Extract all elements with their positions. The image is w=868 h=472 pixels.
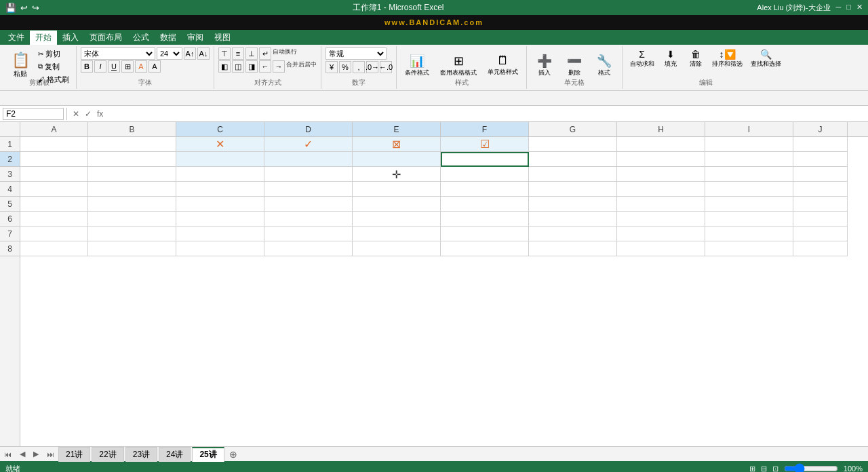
next-sheet-btn[interactable]: ▶ <box>29 450 43 458</box>
cell-c1[interactable]: ✕ <box>176 137 264 152</box>
cell-j4[interactable] <box>793 182 848 197</box>
qa-redo[interactable]: ↪ <box>32 3 39 13</box>
row-header-8[interactable]: 8 <box>0 241 20 256</box>
cell-f6[interactable] <box>441 212 529 227</box>
underline-btn[interactable]: U <box>108 60 120 73</box>
comma-btn[interactable]: , <box>353 61 365 73</box>
cell-j7[interactable] <box>793 227 848 241</box>
row-header-6[interactable]: 6 <box>0 212 20 227</box>
cell-b4[interactable] <box>88 182 176 197</box>
col-header-g[interactable]: G <box>529 122 617 136</box>
cell-f3[interactable] <box>441 167 529 182</box>
cell-h1[interactable] <box>617 137 705 152</box>
col-header-c[interactable]: C <box>176 122 264 136</box>
percent-btn[interactable]: % <box>339 61 351 73</box>
cancel-formula-btn[interactable]: ✕ <box>70 109 82 119</box>
insert-function-btn[interactable]: fx <box>94 109 106 119</box>
cell-b2[interactable] <box>88 152 176 167</box>
menu-file[interactable]: 文件 <box>3 31 30 45</box>
name-box[interactable] <box>3 108 64 120</box>
cell-g8[interactable] <box>529 241 617 256</box>
cell-d7[interactable] <box>264 227 353 241</box>
sheet-tab-21[interactable]: 21讲 <box>58 447 90 462</box>
cell-b8[interactable] <box>88 241 176 256</box>
cell-a6[interactable] <box>20 212 88 227</box>
cell-a8[interactable] <box>20 241 88 256</box>
decrease-font-btn[interactable]: A↓ <box>197 47 210 60</box>
menu-review[interactable]: 审阅 <box>182 31 209 45</box>
sheet-tab-23[interactable]: 23讲 <box>125 447 157 462</box>
cell-c4[interactable] <box>176 182 264 197</box>
prev-sheet-btn[interactable]: ◀ <box>16 450 29 458</box>
add-sheet-btn[interactable]: ⊕ <box>226 447 241 462</box>
cell-f2[interactable] <box>441 152 529 167</box>
view-layout-btn[interactable]: ⊟ <box>761 465 767 473</box>
align-left-btn[interactable]: ◧ <box>218 60 231 73</box>
decrease-decimal-btn[interactable]: ←.0 <box>380 61 392 73</box>
cell-j3[interactable] <box>793 167 848 182</box>
sheet-tab-25[interactable]: 25讲 <box>192 447 224 462</box>
menu-home[interactable]: 开始 <box>30 31 57 45</box>
cell-i3[interactable] <box>705 167 793 182</box>
indent-btn[interactable]: → <box>273 60 285 73</box>
align-right-btn[interactable]: ◨ <box>245 60 258 73</box>
cell-d3[interactable] <box>264 167 353 182</box>
border-btn[interactable]: ⊞ <box>121 60 134 73</box>
close-btn[interactable]: ✕ <box>856 3 863 13</box>
bottom-align-btn[interactable]: ⊥ <box>245 47 258 60</box>
cell-b6[interactable] <box>88 212 176 227</box>
cell-h8[interactable] <box>617 241 705 256</box>
cell-c3[interactable] <box>176 167 264 182</box>
font-size-select[interactable]: 24 <box>157 47 182 60</box>
cell-i7[interactable] <box>705 227 793 241</box>
row-header-5[interactable]: 5 <box>0 197 20 212</box>
cell-d6[interactable] <box>264 212 353 227</box>
cell-e1[interactable]: ⊠ <box>353 137 441 152</box>
col-header-f[interactable]: F <box>441 122 529 136</box>
cell-e4[interactable] <box>353 182 441 197</box>
cell-f5[interactable] <box>441 197 529 212</box>
cell-g6[interactable] <box>529 212 617 227</box>
increase-decimal-btn[interactable]: .0→ <box>366 61 378 73</box>
font-color-btn[interactable]: A <box>149 60 161 73</box>
cell-c7[interactable] <box>176 227 264 241</box>
row-header-2[interactable]: 2 <box>0 152 20 167</box>
cell-c2[interactable] <box>176 152 264 167</box>
sort-filter-btn[interactable]: ↕🔽 排序和筛选 <box>709 47 746 81</box>
first-sheet-btn[interactable]: ⏮ <box>0 450 16 458</box>
cell-d4[interactable] <box>264 182 353 197</box>
fill-btn[interactable]: ⬇ 填充 <box>658 47 682 81</box>
cell-a3[interactable] <box>20 167 88 182</box>
copy-button[interactable]: ⧉ 复制 <box>35 60 72 73</box>
menu-insert[interactable]: 插入 <box>57 31 84 45</box>
cell-h4[interactable] <box>617 182 705 197</box>
outdent-btn[interactable]: ← <box>259 60 271 73</box>
top-align-btn[interactable]: ⊤ <box>218 47 231 60</box>
cell-a4[interactable] <box>20 182 88 197</box>
row-header-7[interactable]: 7 <box>0 227 20 241</box>
cell-h3[interactable] <box>617 167 705 182</box>
cell-j1[interactable] <box>793 137 848 152</box>
qa-save[interactable]: 💾 <box>5 3 16 13</box>
cell-i6[interactable] <box>705 212 793 227</box>
cell-h7[interactable] <box>617 227 705 241</box>
cell-h5[interactable] <box>617 197 705 212</box>
cut-button[interactable]: ✂ 剪切 <box>35 47 72 60</box>
cell-j6[interactable] <box>793 212 848 227</box>
cell-c6[interactable] <box>176 212 264 227</box>
cell-d5[interactable] <box>264 197 353 212</box>
cell-g5[interactable] <box>529 197 617 212</box>
cell-e6[interactable] <box>353 212 441 227</box>
font-name-select[interactable]: 宋体 <box>81 47 155 60</box>
cell-b1[interactable] <box>88 137 176 152</box>
cell-i4[interactable] <box>705 182 793 197</box>
cell-b7[interactable] <box>88 227 176 241</box>
col-header-h[interactable]: H <box>617 122 705 136</box>
sheet-tab-22[interactable]: 22讲 <box>92 447 123 462</box>
align-center-btn[interactable]: ◫ <box>232 60 244 73</box>
cell-g4[interactable] <box>529 182 617 197</box>
cell-g7[interactable] <box>529 227 617 241</box>
menu-formula[interactable]: 公式 <box>127 31 155 45</box>
cell-j5[interactable] <box>793 197 848 212</box>
cell-h6[interactable] <box>617 212 705 227</box>
